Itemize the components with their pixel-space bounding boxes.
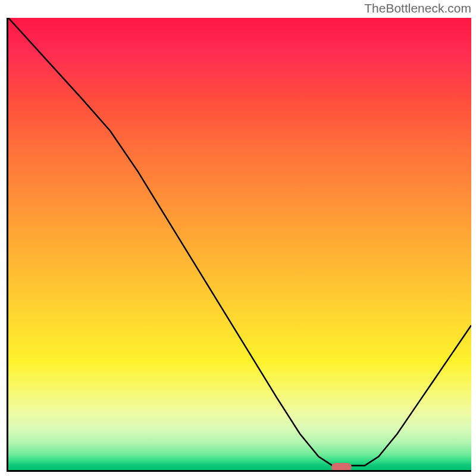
attribution-text: TheBottleneck.com	[364, 1, 471, 15]
curve-line	[8, 18, 471, 470]
chart-plot-area	[7, 18, 471, 472]
optimal-marker	[331, 463, 352, 471]
